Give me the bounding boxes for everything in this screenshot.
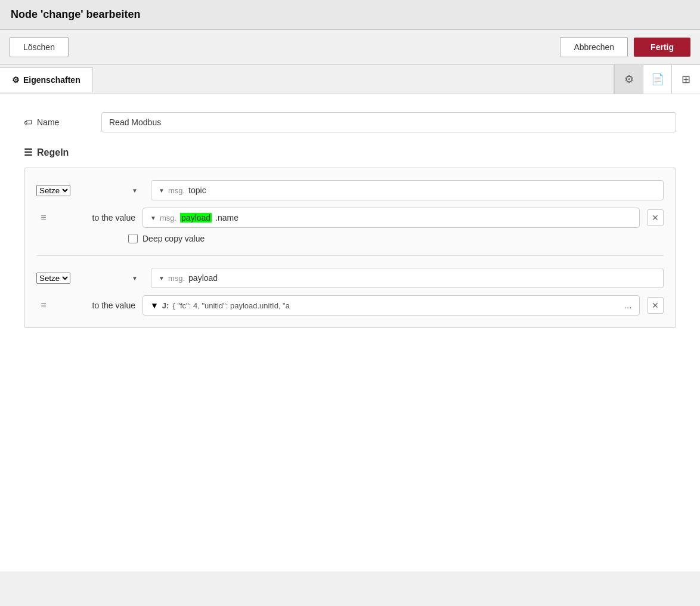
rule-2-target-type: msg. (168, 274, 185, 283)
rule-2-target-input[interactable]: ▼ msg. payload (151, 268, 664, 288)
rule-block-2: Setze ▼ msg. payload ≡ to the value ▼ J:… (36, 268, 664, 316)
rule-2-top-row: Setze ▼ msg. payload (36, 268, 664, 288)
tab-icons-group: ⚙ 📄 ⊞ (614, 65, 700, 94)
rules-container: Setze ▼ msg. topic ≡ to the value ▼ msg.… (24, 168, 676, 328)
rule-1-deep-copy-checkbox[interactable] (128, 234, 138, 243)
tab-properties[interactable]: ⚙ Eigenschaften (0, 67, 93, 92)
rules-section-label: ☰ Regeln (24, 147, 676, 158)
rule-2-target-dropdown-icon: ▼ (159, 275, 165, 282)
rule-1-target-input[interactable]: ▼ msg. topic (151, 180, 664, 200)
done-button[interactable]: Fertig (634, 38, 690, 57)
rule-2-json-icon: J: (162, 301, 169, 310)
rule-1-action-select[interactable]: Setze (36, 185, 70, 196)
tab-icon-grid[interactable]: ⊞ (671, 65, 700, 94)
rule-1-to-value-label: to the value (58, 213, 135, 222)
rule-2-bottom-row: ≡ to the value ▼ J: { "fc": 4, "unitid":… (36, 295, 664, 316)
main-content: 🏷 Name ☰ Regeln Setze ▼ msg. topic (0, 94, 700, 571)
rule-1-deep-copy-row: Deep copy value (128, 234, 664, 243)
rule-1-remove-button[interactable]: ✕ (647, 209, 664, 226)
rule-1-value-type: msg. (160, 214, 176, 222)
tab-icon-gear[interactable]: ⚙ (614, 65, 643, 94)
rule-2-drag-handle[interactable]: ≡ (36, 300, 51, 311)
cancel-button[interactable]: Abbrechen (560, 37, 628, 57)
rule-2-value-input[interactable]: ▼ J: { "fc": 4, "unitid": payload.unitId… (143, 295, 640, 316)
rule-2-value-dropdown-icon: ▼ (150, 301, 159, 310)
name-input[interactable] (101, 112, 676, 132)
rule-1-value-suffix: .name (215, 213, 239, 222)
rule-block-1: Setze ▼ msg. topic ≡ to the value ▼ msg.… (36, 180, 664, 256)
rules-list-icon: ☰ (24, 147, 32, 158)
rule-2-target-value: payload (188, 273, 218, 283)
page-header: Node 'change' bearbeiten (0, 0, 700, 30)
rule-2-action-select[interactable]: Setze (36, 273, 70, 284)
rule-2-ellipsis-button[interactable]: … (624, 301, 632, 310)
tabs-bar: ⚙ Eigenschaften ⚙ 📄 ⊞ (0, 65, 700, 94)
rule-1-drag-handle[interactable]: ≡ (36, 212, 51, 223)
rule-2-to-value-label: to the value (58, 301, 135, 310)
rule-1-bottom-row: ≡ to the value ▼ msg. payload .name ✕ (36, 208, 664, 228)
rule-1-target-dropdown-icon: ▼ (159, 187, 165, 194)
page-title: Node 'change' bearbeiten (11, 8, 141, 20)
properties-gear-icon: ⚙ (12, 75, 20, 85)
rule-2-action-wrapper: Setze (36, 273, 144, 284)
rule-1-value-highlight: payload (180, 213, 212, 222)
rule-1-top-row: Setze ▼ msg. topic (36, 180, 664, 200)
tab-properties-label: Eigenschaften (23, 75, 80, 85)
name-tag-icon: 🏷 (24, 118, 32, 127)
rule-2-remove-button[interactable]: ✕ (647, 297, 664, 314)
rule-1-value-input[interactable]: ▼ msg. payload .name (143, 208, 640, 228)
name-label: 🏷 Name (24, 118, 101, 127)
rule-1-value-dropdown-icon: ▼ (150, 215, 156, 221)
tab-icon-doc[interactable]: 📄 (643, 65, 671, 94)
rule-1-target-type: msg. (168, 186, 185, 195)
rule-1-deep-copy-label: Deep copy value (143, 234, 205, 243)
name-field-row: 🏷 Name (24, 112, 676, 132)
rule-1-target-value: topic (188, 185, 206, 195)
rule-1-action-wrapper: Setze (36, 185, 144, 196)
rule-2-json-text: { "fc": 4, "unitid": payload.unitId, "a (172, 301, 620, 310)
toolbar: Löschen Abbrechen Fertig (0, 30, 700, 65)
delete-button[interactable]: Löschen (10, 37, 69, 57)
